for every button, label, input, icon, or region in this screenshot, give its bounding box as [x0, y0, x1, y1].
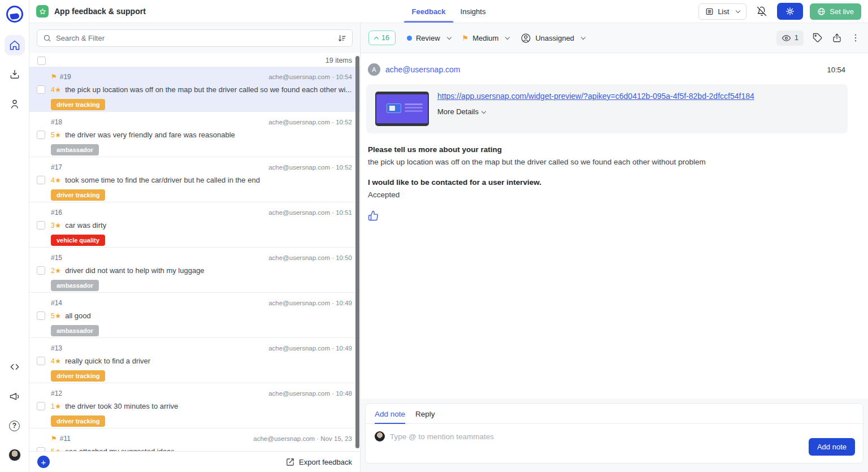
widget-preview-link[interactable]: https://app.usersnap.com/widget-preview/…	[437, 92, 754, 101]
label-badge: vehicle quality	[51, 235, 105, 246]
globe-icon	[817, 7, 826, 16]
assignee-icon	[520, 33, 531, 44]
feedback-id: #13	[51, 344, 62, 352]
feedback-text: the pick up location was off on the map …	[65, 85, 351, 94]
sidebar-item-developer[interactable]	[5, 357, 25, 377]
add-feedback-button[interactable]: +	[37, 456, 50, 468]
tab-reply[interactable]: Reply	[415, 410, 435, 423]
assignee-dropdown[interactable]: Unassigned	[520, 33, 585, 44]
search-icon	[43, 34, 51, 42]
upvote-button[interactable]: 16	[368, 31, 396, 45]
sidebar-item-users[interactable]	[5, 94, 25, 114]
sidebar-item-account[interactable]	[5, 445, 25, 465]
label-badge: ambassador	[51, 280, 99, 291]
tab-feedback[interactable]: Feedback	[412, 0, 446, 23]
label-badge: driver tracking	[51, 415, 105, 427]
more-details-toggle[interactable]: More Details	[437, 107, 754, 116]
feedback-meta: ache@usersnap.com · 10:48	[268, 390, 352, 397]
notifications-muted-button[interactable]	[753, 3, 770, 20]
label-badge: ambassador	[51, 144, 99, 155]
set-live-button[interactable]: Set live	[810, 3, 861, 20]
feedback-meta: ache@usersnap.com · 10:49	[268, 300, 352, 306]
view-switcher-button[interactable]: List	[698, 3, 747, 20]
row-checkbox[interactable]	[37, 85, 45, 94]
screenshot-thumbnail[interactable]	[375, 92, 429, 126]
row-checkbox[interactable]	[37, 266, 45, 275]
user-avatar	[8, 449, 21, 461]
select-all-checkbox[interactable]	[37, 57, 46, 65]
tab-insights[interactable]: Insights	[461, 0, 486, 23]
thumbs-up-icon[interactable]	[368, 210, 379, 221]
priority-dropdown[interactable]: ⚑ Medium	[462, 34, 510, 42]
note-composer: Add note Reply Add note	[365, 403, 863, 464]
author-email-link[interactable]: ache@usersnap.com	[385, 65, 461, 74]
feedback-list-item[interactable]: #18ache@usersnap.com · 10:525★the driver…	[29, 112, 360, 157]
answer-text: the pick up location was off on the map …	[368, 158, 845, 166]
feedback-list-item[interactable]: #16ache@usersnap.com · 10:513★car was di…	[29, 202, 360, 248]
rating-stars: 5★	[51, 131, 61, 139]
feedback-text: the driver took 30 minutes to arrive	[65, 402, 178, 410]
search-input-wrapper	[37, 29, 353, 47]
row-checkbox[interactable]	[37, 131, 45, 139]
settings-button[interactable]	[777, 3, 803, 20]
feedback-list-item[interactable]: ⚑#19ache@usersnap.com · 10:544★the pick …	[29, 67, 360, 112]
row-checkbox[interactable]	[37, 357, 45, 365]
export-feedback-button[interactable]: Export feedback	[286, 458, 352, 466]
feedback-detail-panel: 16 Review ⚑ Medium	[361, 23, 868, 472]
chevron-down-icon	[446, 35, 451, 40]
status-dropdown[interactable]: Review	[407, 34, 451, 42]
feedback-list-item[interactable]: #17ache@usersnap.com · 10:524★took some …	[29, 157, 360, 202]
usersnap-logo-icon[interactable]	[6, 6, 23, 23]
add-note-button[interactable]: Add note	[809, 438, 855, 456]
feedback-rows: ⚑#19ache@usersnap.com · 10:544★the pick …	[29, 67, 360, 472]
user-icon	[9, 98, 20, 110]
feedback-list-item[interactable]: #12ache@usersnap.com · 10:481★the driver…	[29, 383, 360, 428]
feedback-list-item[interactable]: #13ache@usersnap.com · 10:494★really qui…	[29, 338, 360, 383]
sidebar-item-home[interactable]	[5, 35, 25, 55]
sidebar-item-inbox[interactable]	[5, 64, 25, 85]
row-checkbox[interactable]	[37, 402, 45, 410]
note-input[interactable]	[390, 432, 854, 441]
list-header-row: 19 items	[29, 53, 360, 67]
list-scrollbar[interactable]	[355, 56, 359, 448]
sidebar-item-help[interactable]: ?	[5, 415, 25, 436]
feedback-meta: ache@usersnap.com · Nov 15, 23	[253, 435, 352, 442]
bell-slash-icon	[757, 6, 767, 16]
row-checkbox[interactable]	[37, 311, 45, 320]
tag-button[interactable]	[813, 33, 823, 43]
row-checkbox[interactable]	[37, 176, 45, 184]
feedback-text: car was dirty	[65, 221, 106, 229]
feedback-meta: ache@usersnap.com · 10:52	[268, 119, 352, 125]
sort-icon[interactable]	[337, 34, 346, 43]
flag-icon: ⚑	[51, 435, 57, 443]
icon-rail: ?	[0, 0, 29, 472]
feedback-meta: ache@usersnap.com · 10:50	[268, 254, 352, 261]
feedback-list-item[interactable]: #14ache@usersnap.com · 10:495★all goodam…	[29, 293, 360, 338]
feedback-id: #15	[51, 254, 62, 262]
label-badge: ambassador	[51, 325, 99, 336]
question-answers: Please tell us more about your rating th…	[361, 145, 868, 199]
feedback-text: took some time to find the car/driver bu…	[65, 176, 260, 184]
tab-add-note[interactable]: Add note	[375, 410, 405, 423]
chevron-down-icon	[581, 35, 585, 40]
views-counter[interactable]: 1	[776, 31, 804, 46]
sidebar-item-announcements[interactable]	[5, 386, 25, 406]
rating-stars: 4★	[51, 176, 61, 184]
row-checkbox[interactable]	[37, 221, 45, 229]
feedback-id: #16	[51, 209, 62, 216]
more-menu-button[interactable]: ⋮	[851, 33, 860, 42]
share-button[interactable]	[832, 33, 842, 43]
home-icon	[9, 40, 20, 51]
feedback-id: #17	[51, 163, 62, 171]
feedback-timestamp: 10:54	[827, 66, 845, 74]
search-input[interactable]	[56, 34, 333, 42]
external-link-icon	[286, 458, 294, 466]
feedback-id: #14	[51, 299, 62, 307]
project-icon	[36, 5, 49, 18]
feedback-meta: ache@usersnap.com · 10:54	[268, 73, 352, 80]
feedback-text: really quick to find a driver	[65, 357, 150, 365]
main-tabs: Feedback Insights	[412, 0, 486, 23]
rating-stars: 3★	[51, 221, 61, 229]
chevron-up-icon	[374, 36, 379, 41]
feedback-list-item[interactable]: #15ache@usersnap.com · 10:502★driver did…	[29, 248, 360, 293]
